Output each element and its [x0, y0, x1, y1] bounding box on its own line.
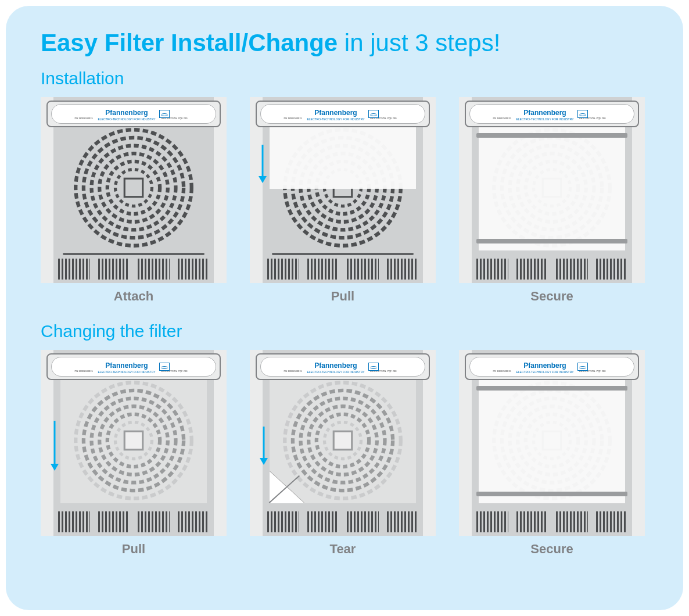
brand-name: Pfannenberg	[105, 109, 148, 117]
vent-slot	[272, 253, 414, 255]
brand-name: Pfannenberg	[105, 361, 148, 370]
brand-logo-icon	[368, 363, 379, 371]
svg-marker-38	[51, 464, 59, 471]
step-secure-change: Pfannenberg ELECTRO-TECHNOLOGY FOR INDUS…	[459, 350, 645, 557]
brand-tagline: ELECTRO-TECHNOLOGY FOR INDUSTRY	[98, 117, 156, 121]
barcode-icon	[347, 511, 379, 532]
step-tear: Pfannenberg ELECTRO-TECHNOLOGY FOR INDUS…	[250, 350, 436, 557]
step-secure-install: Pfannenberg ELECTRO-TECHNOLOGY FOR INDUS…	[459, 97, 645, 304]
brand-meta-pn: PN 18001500015	[284, 117, 302, 120]
section-installation-label: Installation	[41, 69, 648, 88]
barcode-icon	[138, 259, 170, 280]
brand-tagline: ELECTRO-TECHNOLOGY FOR INDUSTRY	[98, 370, 156, 374]
panel-secure-change: Pfannenberg ELECTRO-TECHNOLOGY FOR INDUS…	[459, 350, 645, 536]
step-caption: Pull	[331, 289, 354, 304]
title-bold: Easy Filter Install/Change	[41, 29, 338, 56]
panel-pull-change: Pfannenberg ELECTRO-TECHNOLOGY FOR INDUS…	[41, 350, 227, 536]
filter-roll: Pfannenberg ELECTRO-TECHNOLOGY FOR INDUS…	[51, 104, 216, 124]
secure-bar-bottom	[476, 239, 627, 243]
brand-meta-pn: PN 18001500015	[75, 370, 93, 373]
svg-marker-47	[260, 458, 268, 465]
barcode-icon	[58, 511, 90, 532]
step-attach: Pfannenberg ELECTRO-TECHNOLOGY FOR INDUS…	[41, 97, 227, 304]
dirty-filter-sheet	[60, 378, 207, 503]
brand-logo-icon	[368, 110, 379, 118]
step-pull-install: Pfannenberg ELECTRO-TECHNOLOGY FOR INDUS…	[250, 97, 436, 304]
filter-roll: Pfannenberg ELECTRO-TECHNOLOGY FOR INDUS…	[260, 104, 425, 124]
barcode-icon	[58, 259, 90, 280]
instruction-card: Easy Filter Install/Change in just 3 ste…	[6, 6, 683, 610]
barcode-icon	[556, 259, 588, 280]
barcode-icon	[387, 259, 419, 280]
step-pull-change: Pfannenberg ELECTRO-TECHNOLOGY FOR INDUS…	[41, 350, 227, 557]
panel-tear: Pfannenberg ELECTRO-TECHNOLOGY FOR INDUS…	[250, 350, 436, 536]
filter-roll: Pfannenberg ELECTRO-TECHNOLOGY FOR INDUS…	[51, 357, 216, 377]
step-caption: Attach	[114, 289, 153, 304]
brand-name: Pfannenberg	[314, 109, 357, 117]
secure-bar-bottom	[476, 492, 627, 496]
filter-roll: Pfannenberg ELECTRO-TECHNOLOGY FOR INDUS…	[260, 357, 425, 377]
brand-meta-pn: PN 18001500015	[493, 117, 511, 120]
brand-meta-pn: PN 18001500015	[75, 117, 93, 120]
fan-grille	[58, 128, 209, 247]
arrow-down-icon	[258, 425, 270, 466]
barcode-icon	[476, 511, 508, 532]
barcode-icon	[138, 511, 170, 532]
brand-logo-icon	[159, 363, 170, 371]
filter-roll: Pfannenberg ELECTRO-TECHNOLOGY FOR INDUS…	[469, 357, 634, 377]
main-title: Easy Filter Install/Change in just 3 ste…	[41, 29, 648, 57]
brand-tagline: ELECTRO-TECHNOLOGY FOR INDUSTRY	[516, 117, 574, 121]
barcode-strip	[476, 259, 627, 280]
barcode-strip	[267, 259, 418, 280]
step-caption: Secure	[530, 289, 573, 304]
panel-pull-install: Pfannenberg ELECTRO-TECHNOLOGY FOR INDUS…	[250, 97, 436, 283]
step-caption: Tear	[330, 542, 356, 557]
vent-slot	[63, 253, 204, 255]
barcode-icon	[347, 259, 379, 280]
barcode-icon	[267, 259, 299, 280]
step-caption: Pull	[122, 542, 145, 557]
title-light: in just 3 steps!	[338, 29, 500, 56]
barcode-icon	[98, 511, 130, 532]
panel-secure-install: Pfannenberg ELECTRO-TECHNOLOGY FOR INDUS…	[459, 97, 645, 283]
barcode-icon	[556, 511, 588, 532]
barcode-icon	[307, 511, 339, 532]
brand-name: Pfannenberg	[523, 109, 566, 117]
secure-bar-top	[476, 133, 627, 138]
brand-tagline: ELECTRO-TECHNOLOGY FOR INDUSTRY	[307, 117, 365, 121]
filter-sheet-partial	[270, 125, 416, 189]
brand-logo-icon	[577, 363, 588, 371]
barcode-icon	[596, 511, 628, 532]
barcode-strip	[267, 511, 418, 532]
panel-attach: Pfannenberg ELECTRO-TECHNOLOGY FOR INDUS…	[41, 97, 227, 283]
barcode-strip	[476, 511, 627, 532]
brand-logo-icon	[159, 110, 170, 118]
step-caption: Secure	[530, 542, 573, 557]
brand-tagline: ELECTRO-TECHNOLOGY FOR INDUSTRY	[516, 370, 574, 374]
barcode-strip	[58, 511, 209, 532]
barcode-icon	[476, 259, 508, 280]
barcode-icon	[516, 511, 548, 532]
brand-meta-pn: PN 18001500015	[493, 370, 511, 373]
section-changing-label: Changing the filter	[41, 321, 648, 341]
barcode-icon	[387, 511, 419, 532]
barcode-icon	[178, 259, 210, 280]
barcode-icon	[596, 259, 628, 280]
barcode-icon	[178, 511, 210, 532]
brand-meta-pn: PN 18001500015	[284, 370, 302, 373]
filter-sheet-full	[479, 378, 625, 503]
barcode-icon	[307, 259, 339, 280]
secure-bar-top	[476, 386, 627, 391]
filter-sheet-full	[479, 125, 625, 250]
filter-roll: Pfannenberg ELECTRO-TECHNOLOGY FOR INDUS…	[469, 104, 634, 124]
barcode-strip	[58, 259, 209, 280]
barcode-icon	[267, 511, 299, 532]
installation-row: Pfannenberg ELECTRO-TECHNOLOGY FOR INDUS…	[41, 97, 648, 304]
changing-row: Pfannenberg ELECTRO-TECHNOLOGY FOR INDUS…	[41, 350, 648, 557]
svg-marker-22	[259, 176, 267, 183]
barcode-icon	[98, 259, 130, 280]
brand-logo-icon	[577, 110, 588, 118]
brand-name: Pfannenberg	[523, 361, 566, 370]
brand-tagline: ELECTRO-TECHNOLOGY FOR INDUSTRY	[307, 370, 365, 374]
svg-rect-0	[124, 178, 143, 197]
